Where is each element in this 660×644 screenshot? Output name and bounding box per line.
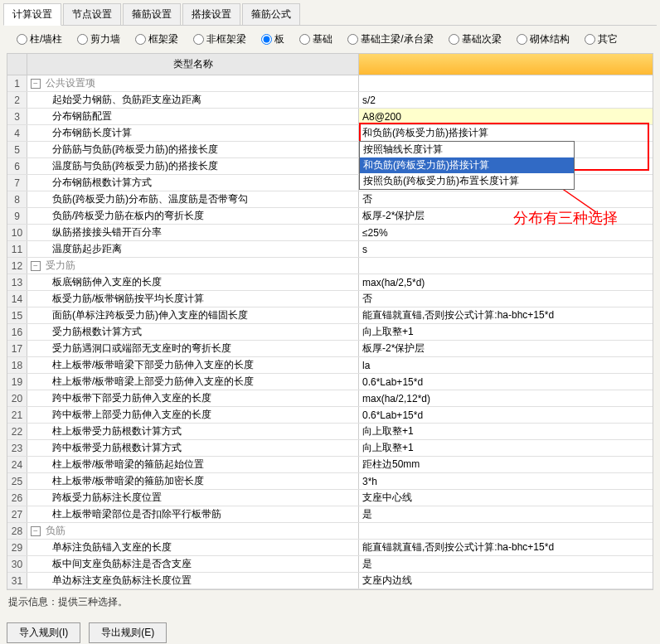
row-value[interactable]: ≤25%: [359, 225, 653, 240]
row-number: 16: [7, 324, 27, 340]
row-value[interactable]: 0.6*Lab+15*d: [359, 374, 653, 390]
tab-1[interactable]: 节点设置: [63, 3, 121, 25]
table-row[interactable]: 28−负筋: [7, 523, 653, 540]
row-value[interactable]: max(ha/2,12*d): [359, 390, 653, 406]
row-value[interactable]: 距柱边50mm: [359, 457, 653, 472]
tab-2[interactable]: 箍筋设置: [123, 3, 181, 25]
table-row[interactable]: 11温度筋起步距离s: [7, 241, 653, 258]
table-row[interactable]: 17受力筋遇洞口或端部无支座时的弯折长度板厚-2*保护层: [7, 341, 653, 357]
row-value[interactable]: 支座内边线: [359, 573, 653, 588]
row-value[interactable]: 是: [359, 556, 653, 572]
import-rules-button[interactable]: 导入规则(I): [7, 622, 80, 643]
row-number: 18: [7, 357, 27, 373]
tab-3[interactable]: 搭接设置: [182, 3, 240, 25]
radio-6[interactable]: 基础主梁/承台梁: [347, 32, 433, 46]
row-number: 23: [7, 440, 27, 456]
row-number: 6: [7, 158, 27, 174]
row-value[interactable]: 支座中心线: [359, 490, 653, 506]
tab-4[interactable]: 箍筋公式: [242, 3, 300, 25]
row-value[interactable]: 和负筋(跨板受力筋)搭接计算按照轴线长度计算和负筋(跨板受力筋)搭接计算按照负筋…: [359, 125, 653, 141]
table-row[interactable]: 21跨中板带上部受力筋伸入支座的长度0.6*Lab+15*d: [7, 407, 653, 424]
row-number: 14: [7, 291, 27, 307]
row-value[interactable]: 否: [359, 191, 653, 207]
row-value[interactable]: [359, 75, 653, 91]
dropdown-item[interactable]: 和负筋(跨板受力筋)搭接计算: [360, 157, 574, 173]
table-row[interactable]: 26跨板受力筋标注长度位置支座中心线: [7, 490, 653, 506]
row-name: 跨中板带受力筋根数计算方式: [27, 440, 359, 456]
row-number: 9: [7, 208, 27, 224]
row-value[interactable]: 是: [359, 506, 653, 522]
table-row[interactable]: 10纵筋搭接接头错开百分率≤25%: [7, 225, 653, 241]
row-value[interactable]: s: [359, 241, 653, 257]
table-row[interactable]: 27柱上板带暗梁部位是否扣除平行板带筋是: [7, 506, 653, 523]
row-number: 7: [7, 175, 27, 191]
row-name: 分布钢筋长度计算: [27, 125, 359, 141]
row-name: 跨中板带下部受力筋伸入支座的长度: [27, 390, 359, 406]
table-row[interactable]: 13板底钢筋伸入支座的长度max(ha/2,5*d): [7, 274, 653, 291]
table-row[interactable]: 15面筋(单标注跨板受力筋)伸入支座的锚固长度能直锚就直锚,否则按公式计算:ha…: [7, 307, 653, 324]
tab-0[interactable]: 计算设置: [3, 3, 61, 26]
row-value[interactable]: 能直锚就直锚,否则按公式计算:ha-bhc+15*d: [359, 307, 653, 323]
radio-3[interactable]: 非框架梁: [193, 32, 246, 46]
row-name: −受力筋: [27, 258, 359, 274]
table-row[interactable]: 31单边标注支座负筋标注长度位置支座内边线: [7, 573, 653, 589]
table-row[interactable]: 12−受力筋: [7, 258, 653, 274]
table-row[interactable]: 3分布钢筋配置A8@200: [7, 109, 653, 125]
table-row[interactable]: 20跨中板带下部受力筋伸入支座的长度max(ha/2,12*d): [7, 390, 653, 407]
row-number: 3: [7, 109, 27, 124]
row-value[interactable]: A8@200: [359, 109, 653, 124]
table-row[interactable]: 22柱上板带受力筋根数计算方式向上取整+1: [7, 424, 653, 440]
table-row[interactable]: 1−公共设置项: [7, 75, 653, 92]
row-value[interactable]: 3*h: [359, 473, 653, 489]
row-value[interactable]: 板厚-2*保护层: [359, 208, 653, 224]
radio-4[interactable]: 板: [261, 32, 284, 46]
table-row[interactable]: 29单标注负筋锚入支座的长度能直锚就直锚,否则按公式计算:ha-bhc+15*d: [7, 540, 653, 556]
table-row[interactable]: 25柱上板带/板带暗梁的箍筋加密长度3*h: [7, 473, 653, 490]
row-value[interactable]: 否: [359, 291, 653, 307]
row-name: 温度筋起步距离: [27, 241, 359, 257]
row-name: 分筋筋与负筋(跨板受力筋)的搭接长度: [27, 142, 359, 157]
table-row[interactable]: 24柱上板带/板带暗梁的箍筋起始位置距柱边50mm: [7, 457, 653, 473]
row-value[interactable]: 向上取整+1: [359, 324, 653, 340]
radio-5[interactable]: 基础: [299, 32, 332, 46]
row-number: 13: [7, 274, 27, 290]
collapse-toggle-icon[interactable]: −: [31, 526, 41, 536]
radio-2[interactable]: 框架梁: [135, 32, 178, 46]
radio-1[interactable]: 剪力墙: [77, 32, 120, 46]
table-row[interactable]: 23跨中板带受力筋根数计算方式向上取整+1: [7, 440, 653, 457]
row-value[interactable]: [359, 258, 653, 274]
collapse-toggle-icon[interactable]: −: [31, 261, 41, 271]
row-value[interactable]: 板厚-2*保护层: [359, 341, 653, 356]
table-row[interactable]: 8负筋(跨板受力筋)分布筋、温度筋是否带弯勾否: [7, 191, 653, 208]
table-row[interactable]: 18柱上板带/板带暗梁下部受力筋伸入支座的长度la: [7, 357, 653, 374]
table-row[interactable]: 30板中间支座负筋标注是否含支座是: [7, 556, 653, 573]
row-value[interactable]: 0.6*Lab+15*d: [359, 407, 653, 423]
row-value[interactable]: 能直锚就直锚,否则按公式计算:ha-bhc+15*d: [359, 540, 653, 555]
radio-0[interactable]: 柱/墙柱: [17, 32, 62, 46]
row-value[interactable]: la: [359, 357, 653, 373]
row-name: 负筋(跨板受力筋)分布筋、温度筋是否带弯勾: [27, 191, 359, 207]
row-value[interactable]: 向上取整+1: [359, 424, 653, 439]
table-row[interactable]: 14板受力筋/板带钢筋按平均长度计算否: [7, 291, 653, 307]
export-rules-button[interactable]: 导出规则(E): [89, 622, 167, 643]
row-value[interactable]: s/2: [359, 92, 653, 108]
row-value[interactable]: max(ha/2,5*d): [359, 274, 653, 290]
row-name: 纵筋搭接接头错开百分率: [27, 225, 359, 240]
dropdown-item[interactable]: 按照负筋(跨板受力筋)布置长度计算: [360, 173, 574, 189]
table-row[interactable]: 19柱上板带/板带暗梁上部受力筋伸入支座的长度0.6*Lab+15*d: [7, 374, 653, 390]
table-row[interactable]: 4分布钢筋长度计算和负筋(跨板受力筋)搭接计算按照轴线长度计算和负筋(跨板受力筋…: [7, 125, 653, 142]
dropdown-item[interactable]: 按照轴线长度计算: [360, 142, 574, 157]
table-row[interactable]: 2起始受力钢筋、负筋距支座边距离s/2: [7, 92, 653, 109]
table-row[interactable]: 16受力筋根数计算方式向上取整+1: [7, 324, 653, 341]
row-name: 柱上板带暗梁部位是否扣除平行板带筋: [27, 506, 359, 522]
row-value[interactable]: [359, 523, 653, 539]
radio-9[interactable]: 其它: [585, 32, 618, 46]
collapse-toggle-icon[interactable]: −: [31, 79, 41, 89]
table-row[interactable]: 9负筋/跨板受力筋在板内的弯折长度板厚-2*保护层: [7, 208, 653, 225]
dropdown-list[interactable]: 按照轴线长度计算和负筋(跨板受力筋)搭接计算按照负筋(跨板受力筋)布置长度计算: [359, 141, 575, 190]
radio-8[interactable]: 砌体结构: [517, 32, 570, 46]
row-value[interactable]: 向上取整+1: [359, 440, 653, 456]
row-number: 25: [7, 473, 27, 489]
row-name: 起始受力钢筋、负筋距支座边距离: [27, 92, 359, 108]
radio-7[interactable]: 基础次梁: [449, 32, 502, 46]
